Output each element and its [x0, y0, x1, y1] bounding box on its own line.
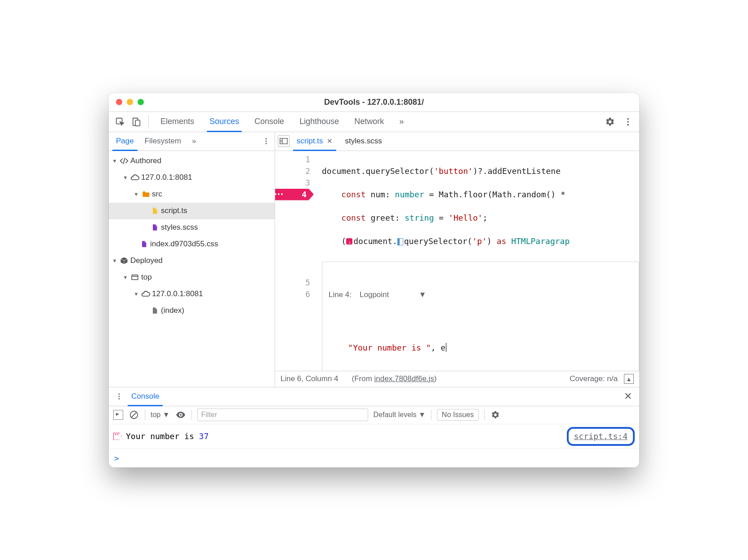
- collapse-panel-icon[interactable]: ▲: [624, 374, 634, 384]
- editor-pane: script.ts ✕ styles.scss 1 2 3 4 5: [275, 132, 639, 387]
- tree-label: index.d9703d55.css: [150, 240, 218, 249]
- cloud-icon: [141, 289, 150, 298]
- tree-index[interactable]: (index): [109, 302, 275, 319]
- logpoint-hit-icon: [113, 433, 121, 440]
- svg-rect-10: [280, 138, 288, 144]
- svg-point-5: [627, 124, 629, 125]
- drawer-tab-console[interactable]: Console: [126, 387, 165, 406]
- gutter-line[interactable]: 1: [275, 154, 310, 165]
- code-content[interactable]: document.querySelector('button')?.addEve…: [315, 151, 639, 371]
- tree-authored[interactable]: ▼ Authored: [109, 153, 275, 169]
- execution-context-select[interactable]: top ▼: [151, 411, 170, 419]
- kebab-menu-icon[interactable]: [621, 115, 635, 129]
- tab-console[interactable]: Console: [248, 112, 290, 132]
- svg-point-6: [266, 138, 267, 139]
- tree-label: Authored: [130, 156, 161, 165]
- tree-label: top: [141, 273, 152, 282]
- console-toolbar: top ▼ Filter Default levels ▼ No Issues: [109, 406, 639, 424]
- gutter-line[interactable]: 2: [275, 165, 310, 177]
- drawer-kebab-icon[interactable]: [112, 390, 126, 403]
- close-tab-icon[interactable]: ✕: [327, 137, 333, 145]
- clear-console-icon[interactable]: [129, 409, 139, 420]
- gutter-line[interactable]: 6: [275, 289, 310, 300]
- svg-point-4: [627, 121, 629, 123]
- navigator-kebab-icon[interactable]: [259, 134, 273, 148]
- file-icon: [150, 206, 159, 215]
- issues-button[interactable]: No Issues: [437, 409, 479, 421]
- file-tabstrip: script.ts ✕ styles.scss: [275, 132, 639, 151]
- source-map-info: (From index.7808df6e.js): [352, 374, 437, 383]
- code-icon: [120, 156, 129, 165]
- tree-index-css[interactable]: index.d9703d55.css: [109, 236, 275, 253]
- tree-label: 127.0.0.1:8081: [141, 173, 192, 182]
- tab-lighthouse[interactable]: Lighthouse: [293, 112, 345, 132]
- gutter-line[interactable]: 3: [275, 177, 310, 189]
- inspect-icon[interactable]: [113, 115, 127, 129]
- devtools-window: DevTools - 127.0.0.1:8081/ Elements Sour…: [109, 93, 639, 467]
- svg-point-15: [180, 414, 182, 416]
- prompt-chevron-icon: >: [114, 453, 119, 463]
- navigator-tabs: Page Filesystem »: [109, 132, 275, 151]
- svg-rect-2: [135, 120, 140, 126]
- svg-point-8: [266, 143, 267, 144]
- tab-sources[interactable]: Sources: [203, 112, 245, 132]
- device-toggle-icon[interactable]: [129, 115, 143, 129]
- file-tab-script[interactable]: script.ts ✕: [291, 132, 338, 151]
- step-marker-icon: [346, 238, 352, 244]
- file-tab-styles[interactable]: styles.scss: [340, 132, 387, 151]
- frame-icon: [130, 273, 139, 282]
- log-text: Your number is: [126, 431, 194, 441]
- tree-src[interactable]: ▼ src: [109, 186, 275, 203]
- cloud-icon: [130, 173, 139, 182]
- bp-line-label: Line 4:: [329, 289, 352, 301]
- navigator-pane: Page Filesystem » ▼ Authored ▼ 127.0.0.1…: [109, 132, 275, 387]
- file-tab-label: styles.scss: [345, 137, 382, 146]
- svg-point-12: [119, 396, 120, 397]
- toggle-navigator-icon[interactable]: [278, 135, 289, 147]
- line-gutter[interactable]: 1 2 3 4 5 6: [275, 151, 315, 371]
- tab-elements[interactable]: Elements: [154, 112, 200, 132]
- tab-network[interactable]: Network: [348, 112, 390, 132]
- message-source-link[interactable]: script.ts:4: [574, 431, 628, 441]
- tabs-overflow-icon[interactable]: »: [393, 112, 410, 132]
- tree-script-ts[interactable]: script.ts: [109, 203, 275, 219]
- coverage-label: Coverage: n/a: [570, 374, 618, 383]
- console-settings-gear-icon[interactable]: [490, 409, 501, 420]
- sourcemap-link[interactable]: index.7808df6e.js: [374, 374, 434, 383]
- nav-tab-page[interactable]: Page: [111, 132, 139, 151]
- svg-rect-9: [132, 275, 138, 280]
- file-icon: [150, 306, 159, 315]
- tree-label: styles.scss: [161, 223, 198, 232]
- svg-point-13: [119, 398, 120, 400]
- editor-statusbar: Line 6, Column 4 (From index.7808df6e.js…: [275, 371, 639, 387]
- bp-type-select[interactable]: Logpoint ▼: [360, 289, 426, 301]
- drawer-close-icon[interactable]: ✕: [620, 391, 636, 402]
- tree-label: 127.0.0.1:8081: [152, 289, 203, 298]
- breakpoint-marker[interactable]: 4: [275, 189, 310, 200]
- gutter-line[interactable]: 5: [275, 277, 310, 289]
- console-prompt[interactable]: >: [109, 449, 639, 467]
- tree-top[interactable]: ▼ top: [109, 269, 275, 286]
- cursor-position: Line 6, Column 4: [280, 374, 338, 383]
- nav-tab-filesystem[interactable]: Filesystem: [139, 132, 187, 151]
- console-output: Your number is 37 script.ts:4 >: [109, 424, 639, 467]
- code-editor[interactable]: 1 2 3 4 5 6 document.querySelector('butt…: [275, 151, 639, 371]
- main-tabstrip: Elements Sources Console Lighthouse Netw…: [109, 112, 639, 132]
- console-message[interactable]: Your number is 37 script.ts:4: [109, 424, 639, 449]
- settings-gear-icon[interactable]: [603, 115, 617, 129]
- tree-styles-scss[interactable]: styles.scss: [109, 219, 275, 236]
- tree-host-2[interactable]: ▼ 127.0.0.1:8081: [109, 286, 275, 302]
- filter-input[interactable]: Filter: [197, 409, 368, 421]
- tree-label: Deployed: [130, 256, 163, 265]
- file-icon: [139, 240, 148, 249]
- log-levels-select[interactable]: Default levels ▼: [374, 411, 426, 419]
- tree-deployed[interactable]: ▼ Deployed: [109, 253, 275, 269]
- console-drawer: Console ✕ top ▼ Filter Default levels ▼ …: [109, 387, 639, 467]
- tree-host[interactable]: ▼ 127.0.0.1:8081: [109, 169, 275, 186]
- logpoint-expression-input[interactable]: "Your number is ", e: [322, 328, 639, 370]
- console-sidebar-icon[interactable]: [113, 410, 123, 420]
- nav-tabs-overflow-icon[interactable]: »: [187, 132, 201, 151]
- window-title: DevTools - 127.0.0.1:8081/: [109, 98, 639, 107]
- live-expression-icon[interactable]: [175, 409, 186, 420]
- file-icon: [150, 223, 159, 232]
